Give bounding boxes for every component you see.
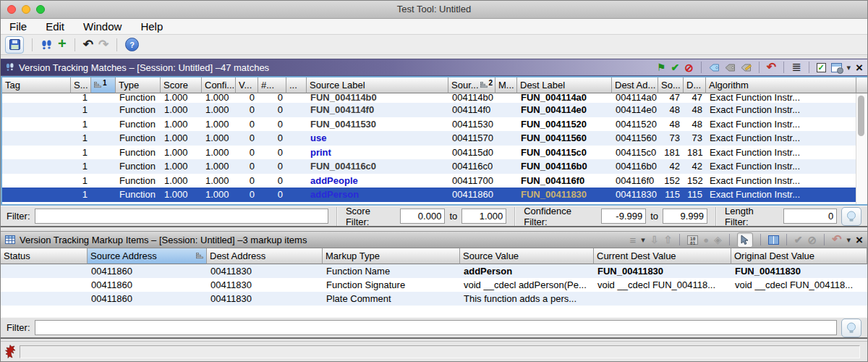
cell-session: 1 [71,93,91,103]
column-header-markup-type[interactable]: Markup Type [323,248,460,264]
diamond-icon[interactable] [714,235,722,245]
flag-icon[interactable] [657,62,666,72]
column-header-score[interactable]: Score [161,77,202,93]
column-header-votes[interactable]: V... [236,77,258,93]
split-view-icon[interactable] [768,235,779,245]
length-filter-label: Length Filter: [725,206,779,227]
select-checkbox-icon[interactable] [817,63,826,72]
cell-conflicts: 0 [258,132,286,143]
column-header-confidence[interactable]: Confi... [202,77,236,93]
reject-icon[interactable] [684,62,694,73]
markup-table-row[interactable]: 00411860 00411830 Function Signature voi… [1,278,867,292]
score-filter-to-input[interactable] [461,209,506,224]
markup-table-row[interactable]: 00411860 00411830 Function Name addPerso… [1,264,867,278]
cell-source-address: 004116c0 [448,161,495,172]
scrollbar-thumb[interactable] [858,96,864,136]
column-header-source-value[interactable]: Source Value [460,248,594,264]
dropdown-arrow-icon[interactable] [847,64,851,72]
cell-markup-type: Plate Comment [323,293,460,304]
column-header-original-dest-value[interactable]: Original Dest Value [731,248,867,264]
match-table-row[interactable]: 1 Function 1.000 1.000 0 0 FUN_00411530 … [2,117,856,132]
dropdown-arrow-icon[interactable] [847,236,851,244]
matches-panel-header[interactable]: Version Tracking Matches – [Session: Unt… [1,59,867,76]
circle-icon[interactable] [703,235,709,245]
dropdown-arrow-icon[interactable] [641,236,645,244]
column-header-type[interactable]: Type [116,77,161,93]
column-header-dest-label[interactable]: Dest Label [517,77,612,93]
markup-panel-header[interactable]: Version Tracking Markup Items – [Session… [1,231,867,248]
filter-options-button[interactable] [841,207,861,226]
match-table-row[interactable]: 1 Function 1.000 1.000 0 0 addPeople 004… [2,174,856,188]
column-header-session[interactable]: S... [71,77,91,93]
column-header-source-address-sorted[interactable]: Source Address [88,248,207,264]
undo-icon[interactable] [832,234,841,245]
filter-options-button[interactable] [841,319,861,337]
add-session-button[interactable] [58,38,67,51]
list-icon[interactable] [791,62,801,73]
match-table-row[interactable]: 1 Function 1.000 1.000 0 0 FUN_004114b0 … [2,93,856,103]
column-header-tag[interactable]: Tag [2,77,71,93]
apply-markup-icon[interactable] [650,235,659,245]
column-header-algorithm[interactable]: Algorithm [706,77,856,93]
accept-check-icon[interactable] [671,62,679,72]
cell-source-label: addPerson [307,189,448,200]
matches-filter-input[interactable] [35,209,328,224]
ghidra-dragon-icon[interactable] [5,345,16,361]
match-table-row[interactable]: 1 Function 1.000 1.000 0 0 FUN_004116c0 … [2,159,856,174]
confidence-filter-from-input[interactable] [601,209,646,224]
footprints-icon[interactable] [41,39,53,51]
column-header-dest-address[interactable]: Dest Address [207,248,323,264]
undo-red-icon[interactable] [767,62,776,73]
accept-check-icon[interactable] [794,235,803,245]
column-header-status[interactable]: Status [1,248,88,264]
column-header-conflicts[interactable]: #... [258,77,286,93]
match-table-row[interactable]: 1 Function 1.000 1.000 0 0 print 004115d… [2,146,856,160]
close-icon[interactable] [856,234,863,246]
match-table-row[interactable]: 1 Function 1.000 1.000 0 0 use 00411570 … [2,131,856,146]
column-header-more[interactable]: ... [286,77,307,93]
table-settings-icon[interactable] [831,63,842,72]
cell-dest-length: 42 [684,161,706,172]
menu-file[interactable]: File [9,20,27,33]
column-header-dest-address[interactable]: Dest Ad... [612,77,658,93]
column-header-dest-length[interactable]: D... [684,77,706,93]
menu-help[interactable]: Help [140,20,163,33]
confidence-filter-to-input[interactable] [663,209,707,224]
undo-button[interactable] [83,38,93,51]
tag-blue-icon[interactable] [709,63,720,72]
cell-type: Function [116,93,161,103]
column-header-source-address[interactable]: Sour... 2 [448,77,495,93]
close-icon[interactable] [856,62,863,74]
column-header-status-sorted[interactable]: 1 [91,77,116,93]
match-table-row[interactable]: 1 Function 1.000 1.000 0 0 addPerson 004… [2,188,856,202]
binary-icon[interactable] [687,235,698,245]
markup-table-row[interactable]: 00411860 00411830 Plate Comment This fun… [1,292,867,306]
list-menu-icon[interactable] [629,235,636,245]
matches-table-body: 1 Function 1.000 1.000 0 0 FUN_004114b0 … [2,93,856,204]
matches-panel-title: Version Tracking Matches – [Session: Unt… [19,62,269,73]
cell-votes: 0 [236,132,258,143]
column-header-multiple[interactable]: M... [495,77,517,93]
save-button[interactable] [5,36,24,54]
cursor-tool-button[interactable] [737,232,753,248]
column-header-source-length[interactable]: So... [658,77,684,93]
menu-edit[interactable]: Edit [46,20,64,33]
markup-filter-input[interactable] [35,320,838,335]
menu-window[interactable]: Window [83,20,122,33]
reject-icon[interactable] [808,235,817,245]
match-table-row[interactable]: 1 Function 1.000 1.000 0 0 FUN_004114f0 … [2,103,856,117]
tag-edit-icon[interactable] [741,63,752,72]
vertical-scrollbar[interactable] [856,93,867,204]
cell-source-length: 48 [658,119,684,130]
help-icon[interactable]: ? [125,38,139,51]
length-filter-input[interactable] [783,209,837,224]
column-header-source-label[interactable]: Source Label [307,77,448,93]
cell-dest-address: 00411830 [612,189,658,200]
score-filter-from-input[interactable] [400,209,445,224]
footprints-icon [5,62,14,72]
tag-gray-icon[interactable] [725,63,736,72]
unapply-markup-icon[interactable] [663,235,672,245]
redo-button[interactable] [98,38,109,51]
column-header-current-dest-value[interactable]: Current Dest Value [594,248,731,264]
cell-source-label: FUN_004114b0 [307,93,448,103]
